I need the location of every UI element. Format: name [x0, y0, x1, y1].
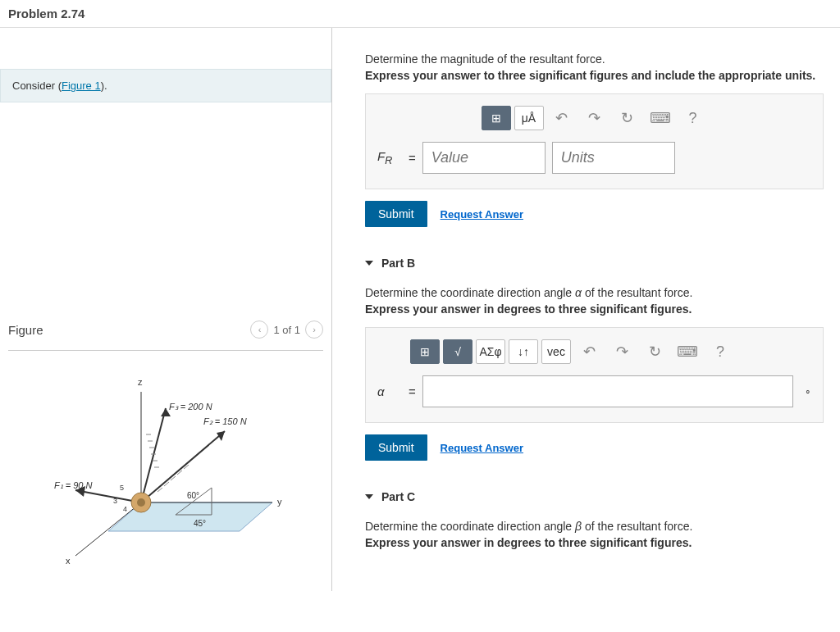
consider-text: Consider ( — [12, 80, 62, 92]
part-b-submit-button[interactable]: Submit — [365, 434, 427, 461]
part-b-title: Part B — [381, 257, 415, 270]
part-b-request-answer-link[interactable]: Request Answer — [441, 442, 523, 454]
part-c-instruction: Express your answer in degrees to three … — [365, 536, 824, 549]
vec-button[interactable]: vec — [541, 339, 571, 364]
units-button[interactable]: μÅ — [514, 106, 544, 130]
caret-down-icon — [365, 494, 373, 499]
figure-pager: ‹ 1 of 1 › — [250, 321, 323, 339]
greek-button[interactable]: ΑΣφ — [476, 339, 505, 364]
eq-sign: = — [409, 151, 416, 165]
consider-box: Consider (Figure 1). — [0, 69, 331, 102]
reset-button[interactable]: ↻ — [613, 106, 642, 130]
eq-sign: = — [409, 384, 416, 398]
svg-line-10 — [141, 431, 225, 502]
problem-title: Problem 2.74 — [0, 0, 840, 28]
svg-text:y: y — [277, 497, 282, 507]
figure-page-count: 1 of 1 — [273, 324, 300, 336]
part-a-units-input[interactable] — [552, 142, 675, 174]
keyboard-button[interactable]: ⌨ — [673, 339, 702, 364]
svg-text:F₃ = 200 N: F₃ = 200 N — [169, 402, 212, 411]
part-b-answer-box: ⊞ √ ΑΣφ ↓↑ vec ↶ ↷ ↻ ⌨ ? α = ∘ — [365, 327, 824, 423]
templates-button[interactable]: ⊞ — [410, 339, 440, 364]
svg-text:z: z — [138, 377, 143, 387]
part-b-variable: α — [377, 384, 402, 398]
part-a-variable: FR — [377, 149, 402, 166]
undo-button[interactable]: ↶ — [574, 339, 604, 364]
part-c-title: Part C — [381, 490, 415, 503]
part-b-header[interactable]: Part B — [365, 247, 824, 280]
help-button[interactable]: ? — [678, 106, 708, 130]
part-a-toolbar: ⊞ μÅ ↶ ↷ ↻ ⌨ ? — [377, 106, 811, 130]
svg-text:45°: 45° — [194, 519, 206, 528]
part-a-instruction: Express your answer to three significant… — [365, 69, 824, 82]
right-pane: Determine the magnitude of the resultant… — [332, 28, 840, 591]
figure-next-button[interactable]: › — [305, 321, 323, 339]
figure-link[interactable]: Figure 1 — [62, 80, 101, 92]
redo-button[interactable]: ↷ — [580, 106, 609, 130]
part-c-prompt: Determine the coordinate direction angle… — [365, 520, 824, 533]
part-c-section: Determine the coordinate direction angle… — [365, 520, 824, 549]
part-b-value-input[interactable] — [422, 375, 793, 407]
templates-button[interactable]: ⊞ — [482, 106, 511, 130]
part-b-instruction: Express your answer in degrees to three … — [365, 302, 824, 316]
updown-button[interactable]: ↓↑ — [509, 339, 538, 364]
part-b-unit-suffix: ∘ — [805, 386, 811, 398]
keyboard-button[interactable]: ⌨ — [646, 106, 675, 130]
part-b-section: Determine the coordinate direction angle… — [365, 286, 824, 461]
svg-text:F₂ = 150 N: F₂ = 150 N — [203, 416, 247, 426]
part-a-value-input[interactable] — [422, 142, 546, 174]
part-a-request-answer-link[interactable]: Request Answer — [441, 208, 523, 221]
svg-text:F₁ = 90 N: F₁ = 90 N — [54, 480, 93, 490]
left-pane: Consider (Figure 1). Figure ‹ 1 of 1 › z — [0, 28, 332, 591]
part-a-answer-box: ⊞ μÅ ↶ ↷ ↻ ⌨ ? FR = — [365, 93, 824, 189]
part-a-section: Determine the magnitude of the resultant… — [365, 52, 824, 227]
redo-button[interactable]: ↷ — [607, 339, 637, 364]
figure-title: Figure — [8, 323, 43, 337]
part-a-prompt: Determine the magnitude of the resultant… — [365, 52, 824, 66]
part-a-submit-button[interactable]: Submit — [365, 201, 427, 227]
figure-diagram: z y x F₃ = 200 N F₂ = 150 N F₁ = 90 N — [8, 351, 323, 591]
part-b-prompt: Determine the coordinate direction angle… — [365, 286, 824, 299]
svg-text:3: 3 — [113, 497, 117, 505]
part-b-toolbar: ⊞ √ ΑΣφ ↓↑ vec ↶ ↷ ↻ ⌨ ? — [377, 339, 811, 364]
svg-text:5: 5 — [120, 484, 124, 492]
svg-point-28 — [137, 498, 145, 507]
undo-button[interactable]: ↶ — [547, 106, 577, 130]
consider-suffix: ). — [101, 80, 107, 92]
part-c-header[interactable]: Part C — [365, 480, 824, 513]
svg-text:x: x — [66, 556, 71, 566]
reset-button[interactable]: ↻ — [640, 339, 669, 364]
figure-prev-button[interactable]: ‹ — [250, 321, 268, 339]
svg-text:4: 4 — [123, 505, 127, 513]
sqrt-button[interactable]: √ — [443, 339, 472, 364]
caret-down-icon — [365, 261, 373, 266]
help-button[interactable]: ? — [705, 339, 735, 364]
